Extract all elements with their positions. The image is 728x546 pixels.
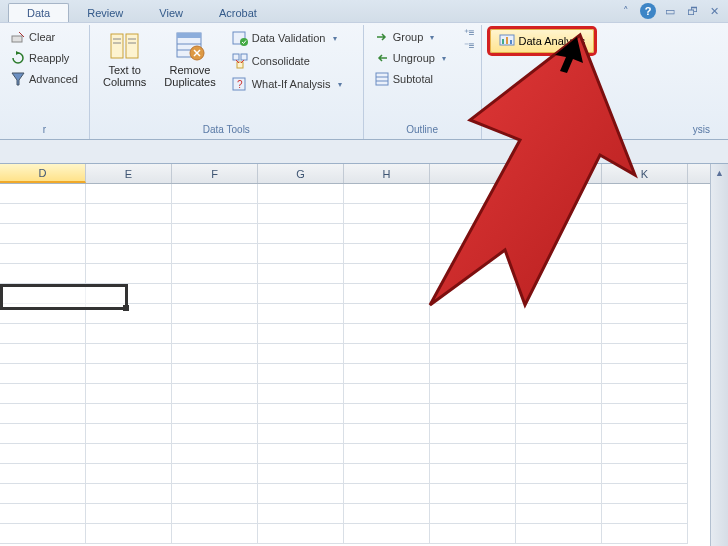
data-analysis-label: Data Analysis [519,35,586,47]
tab-view[interactable]: View [141,4,201,22]
restore-window-icon[interactable]: 🗗 [684,3,700,19]
remove-duplicates-label: Remove Duplicates [164,64,215,88]
consolidate-label: Consolidate [252,55,310,67]
column-header-e[interactable]: E [86,164,172,183]
svg-rect-21 [237,62,243,68]
svg-rect-5 [126,34,138,58]
svg-rect-11 [177,33,201,38]
svg-rect-24 [376,73,388,85]
clear-button[interactable]: Clear [6,27,83,47]
clear-icon [11,30,25,44]
group-icon [375,30,389,44]
svg-rect-30 [510,40,512,44]
group-button[interactable]: Group [370,27,460,47]
ungroup-label: Ungroup [393,52,435,64]
advanced-label: Advanced [29,73,78,85]
svg-marker-2 [16,51,20,55]
subtotal-icon [375,72,389,86]
column-header-h[interactable]: H [344,164,430,183]
minimize-window-icon[interactable]: ▭ [662,3,678,19]
reapply-icon [11,51,25,65]
sort-filter-group-label: r [6,122,83,137]
ribbon: Clear Reapply Advanced r Text to Columns [0,22,728,140]
scroll-up-button[interactable]: ▲ [711,164,728,182]
svg-marker-3 [12,73,24,85]
help-icon[interactable]: ? [640,3,656,19]
svg-rect-4 [111,34,123,58]
vertical-scrollbar[interactable]: ▲ [710,164,728,546]
svg-rect-28 [502,39,504,44]
tab-data[interactable]: Data [8,3,69,22]
svg-rect-19 [233,54,239,60]
ungroup-button[interactable]: Ungroup [370,48,460,68]
tab-review[interactable]: Review [69,4,141,22]
remove-duplicates-button[interactable]: Remove Duplicates [157,27,222,122]
remove-duplicates-icon [174,30,206,62]
data-validation-label: Data Validation [252,32,326,44]
column-header-f[interactable]: F [172,164,258,183]
consolidate-icon [232,53,248,69]
column-header-j[interactable] [516,164,602,183]
column-header-g[interactable]: G [258,164,344,183]
text-to-columns-label: Text to Columns [103,64,146,88]
analysis-group-label: ysis [488,122,722,137]
what-if-icon: ? [232,76,248,92]
data-validation-button[interactable]: Data Validation [227,27,357,49]
svg-point-18 [240,38,248,46]
svg-rect-29 [506,37,508,44]
svg-rect-0 [12,36,22,42]
group-label: Group [393,31,424,43]
svg-text:?: ? [237,79,243,90]
column-header-i[interactable] [430,164,516,183]
advanced-icon [11,72,25,86]
cell-grid[interactable] [0,184,710,546]
text-to-columns-icon [109,30,141,62]
ungroup-icon [375,51,389,65]
column-header-d[interactable]: D [0,164,86,183]
svg-rect-20 [241,54,247,60]
data-analysis-icon [499,33,515,49]
ribbon-tabs: Data Review View Acrobat ˄ ? ▭ 🗗 ✕ [0,0,728,22]
show-detail-button[interactable]: ⁺≡ [464,27,475,38]
close-window-icon[interactable]: ✕ [706,3,722,19]
column-headers: D E F G H K [0,164,710,184]
collapse-ribbon-icon[interactable]: ˄ [618,3,634,19]
outline-group-label: Outline [370,122,475,137]
data-validation-icon [232,30,248,46]
text-to-columns-button[interactable]: Text to Columns [96,27,153,122]
reapply-label: Reapply [29,52,69,64]
advanced-button[interactable]: Advanced [6,69,83,89]
hide-detail-button[interactable]: ⁻≡ [464,40,475,51]
selected-cell[interactable] [0,284,128,310]
subtotal-button[interactable]: Subtotal [370,69,460,89]
data-tools-group-label: Data Tools [96,122,357,137]
subtotal-label: Subtotal [393,73,433,85]
column-header-k[interactable]: K [602,164,688,183]
reapply-button[interactable]: Reapply [6,48,83,68]
consolidate-button[interactable]: Consolidate [227,50,357,72]
formula-bar[interactable] [0,140,728,164]
data-analysis-button[interactable]: Data Analysis [490,29,595,53]
tab-acrobat[interactable]: Acrobat [201,4,275,22]
what-if-analysis-button[interactable]: ? What-If Analysis [227,73,357,95]
what-if-label: What-If Analysis [252,78,331,90]
clear-label: Clear [29,31,55,43]
